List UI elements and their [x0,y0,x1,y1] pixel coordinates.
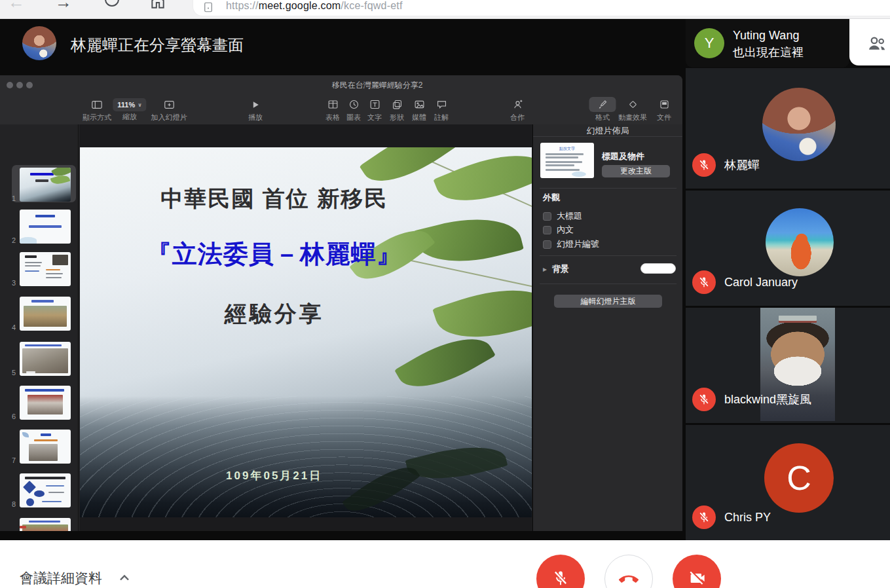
document-icon [657,97,671,112]
participant-tile-carol[interactable]: Carol January [686,191,890,306]
animate-icon [618,97,647,112]
title-checkbox-row: 大標題 [543,210,582,222]
slide-thumbnail-5[interactable] [20,342,71,376]
zoom-value: 111%∨ [113,98,146,111]
url-scheme: https:// [226,0,259,11]
slide-thumbnail-8[interactable] [20,473,71,507]
url-path: /kce-fqwd-etf [341,0,402,11]
toolbar-play-button[interactable]: 播放 [248,97,263,122]
window-title: 移民在台灣麗蟬經驗分享2 [0,75,682,95]
toolbar-animate-button[interactable]: 動畫效果 [618,97,647,122]
slide-thumbnail-9[interactable] [20,518,71,531]
slide-number-checkbox[interactable] [543,240,551,249]
participants-panel: 林麗蟬 Carol January blackwin [686,68,890,540]
toolbar-text-button[interactable]: 文字 [367,97,382,122]
slide-thumbnail-2[interactable] [20,210,71,244]
participant-name: Carol January [724,276,798,289]
home-icon[interactable] [149,0,166,10]
comment-icon [434,97,449,112]
toolbar-document-button[interactable]: 文件 [657,97,671,122]
participant-tile-chris[interactable]: C Chris PY [686,425,890,541]
slide-thumbnail-3[interactable] [20,252,71,286]
collaborate-icon [510,97,525,112]
format-brush-icon [589,97,616,112]
toolbar-view-button[interactable]: 顯示方式 [83,97,111,122]
disclosure-chevron-icon[interactable]: ▸ [543,265,547,274]
meet-screen: ← → https://meet.google.com/kce-fqwd-etf… [0,0,890,588]
mic-off-icon [692,505,716,529]
title-checkbox[interactable] [543,212,551,221]
toolbar-format-button[interactable]: 格式 [589,97,616,122]
toolbar-chart-button[interactable]: 圖表 [346,97,361,122]
toolbar-table-button[interactable]: 表格 [325,97,340,122]
camera-off-icon [688,569,706,587]
participant-avatar: C [764,443,834,513]
background-label: 背景 [552,263,569,275]
shape-icon [390,97,404,112]
participants-icon[interactable] [866,33,887,54]
slide-thumbnail-1[interactable] [20,168,71,202]
participant-avatar [766,208,834,276]
slide-title-line3: 經驗分享 [80,299,468,329]
back-icon[interactable]: ← [8,0,25,12]
chart-icon [346,97,361,112]
slide-thumbnail-4[interactable] [20,297,71,331]
join-toast: Y Yuting Wang 也出現在這裡 [686,19,849,67]
browser-toolbar: ← → https://meet.google.com/kce-fqwd-etf [0,0,890,19]
url-host: meet.google.com [259,0,341,11]
participant-tile-lin[interactable]: 林麗蟬 [686,68,890,189]
participant-tile-blackwind[interactable]: blackwind黑旋風 [686,308,890,423]
toast-name: Yuting Wang [733,27,804,44]
play-icon [248,97,263,112]
side-panel-corner [849,19,890,65]
slide-thumbnail-7[interactable] [20,430,71,464]
toolbar-comment-button[interactable]: 註解 [434,97,449,122]
body-checkbox[interactable] [543,226,551,234]
url-text: https://meet.google.com/kce-fqwd-etf [226,0,403,12]
slide-thumbnail-6[interactable] [20,386,71,420]
keynote-toolbar: 顯示方式 111%∨ 縮放 加入幻燈片 播放 表格 [0,95,682,124]
mute-button[interactable] [536,555,585,588]
slide-number-checkbox-row: 幻燈片編號 [543,238,599,250]
participant-name: 林麗蟬 [724,157,760,173]
background-color-swatch[interactable] [640,263,676,274]
participant-name: blackwind黑旋風 [724,392,811,407]
slide-navigator: 1 2 3 [0,124,79,531]
forward-icon[interactable]: → [55,0,72,12]
hangup-button[interactable] [604,555,653,588]
table-icon [325,97,340,112]
appearance-heading: 外觀 [543,192,560,204]
edit-master-button[interactable]: 編輯幻燈片主版 [554,295,662,308]
change-master-button[interactable]: 更改主版 [602,165,670,177]
reload-icon[interactable] [105,0,119,7]
toolbar-shape-button[interactable]: 形狀 [390,97,404,122]
presenter-avatar [22,26,56,60]
toolbar-media-button[interactable]: 媒體 [412,97,426,122]
toolbar-collaborate-button[interactable]: 合作 [510,97,525,122]
media-icon [412,97,426,112]
slide-title-line1: 中華民國 首位 新移民 [80,184,468,214]
slide-thumbnail-row: 9 [0,518,79,531]
meeting-details-toggle[interactable]: 會議詳細資料 [20,569,132,587]
slide-date: 109年05月21日 [80,468,468,483]
toolbar-zoom-control[interactable]: 111%∨ 縮放 [113,97,146,122]
camera-off-button[interactable] [673,555,721,588]
current-slide[interactable]: 中華民國 首位 新移民 『立法委員－林麗蟬』 經驗分享 109年05月21日 [80,147,532,517]
slide-layout-thumbnail[interactable]: 點按文字 [540,143,594,178]
background-row: ▸ 背景 [543,263,569,275]
presenter-message: 林麗蟬正在分享螢幕畫面 [71,35,244,56]
toast-avatar: Y [694,28,724,58]
slide-thumbnail-row: 2 [0,210,79,246]
mic-off-icon [692,270,716,294]
keynote-titlebar: 移民在台灣麗蟬經驗分享2 [0,75,682,95]
url-bar[interactable]: https://meet.google.com/kce-fqwd-etf [193,0,890,16]
slide-thumbnail-row: 5 [0,342,79,378]
slide-thumbnail-row: 3 [0,252,79,289]
keynote-window: 移民在台灣麗蟬經驗分享2 顯示方式 111%∨ 縮放 加入幻燈片 播放 [0,75,682,531]
slide-title-line2: 『立法委員－林麗蟬』 [80,238,468,271]
presenter-banner: 林麗蟬正在分享螢幕畫面 [0,19,681,75]
slide-thumbnail-row: 1 [0,168,79,204]
toolbar-add-slide-button[interactable]: 加入幻燈片 [151,97,187,122]
toast-message: 也出現在這裡 [733,44,804,61]
slide-thumbnail-row: 7 [0,430,79,466]
